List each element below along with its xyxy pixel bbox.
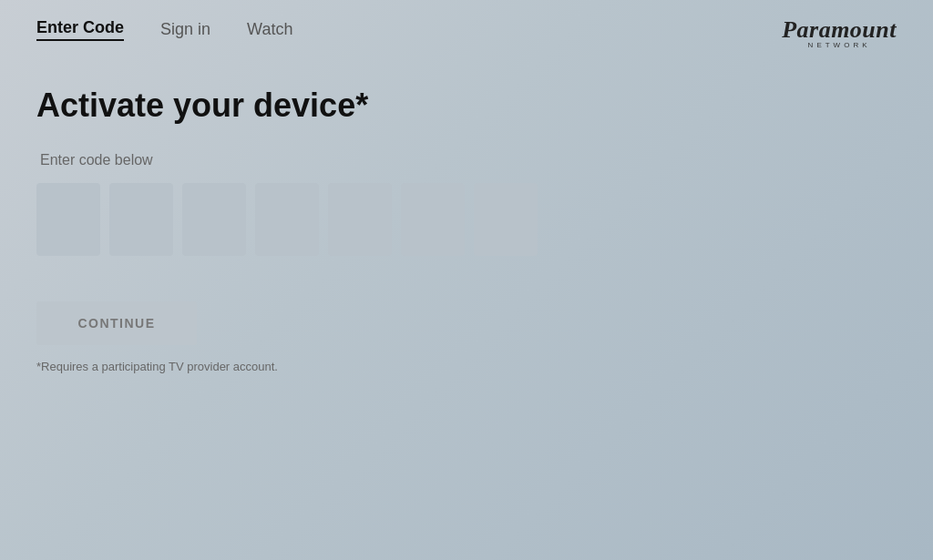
logo-brand: Paramount: [782, 16, 897, 44]
code-box-2[interactable]: [109, 183, 173, 256]
nav-links: Enter Code Sign in Watch: [36, 18, 292, 41]
code-box-6[interactable]: [401, 183, 465, 256]
code-box-4[interactable]: [255, 183, 319, 256]
code-box-5[interactable]: [328, 183, 392, 256]
footnote: *Requires a participating TV provider ac…: [36, 360, 897, 373]
code-box-7[interactable]: [474, 183, 538, 256]
code-box-1[interactable]: [36, 183, 100, 256]
code-box-3[interactable]: [182, 183, 246, 256]
code-label: Enter code below: [40, 152, 897, 168]
code-input-group: [36, 183, 897, 256]
paramount-logo: Paramount NETWORK: [782, 16, 897, 49]
nav-sign-in[interactable]: Sign in: [160, 20, 210, 39]
nav-enter-code[interactable]: Enter Code: [36, 18, 124, 41]
nav-watch[interactable]: Watch: [247, 20, 292, 39]
logo-sub: NETWORK: [808, 41, 871, 49]
top-nav: Enter Code Sign in Watch Paramount NETWO…: [0, 0, 933, 59]
continue-button[interactable]: CONTINUE: [36, 301, 197, 345]
main-content: Activate your device* Enter code below C…: [0, 59, 933, 392]
page-title: Activate your device*: [36, 87, 897, 125]
